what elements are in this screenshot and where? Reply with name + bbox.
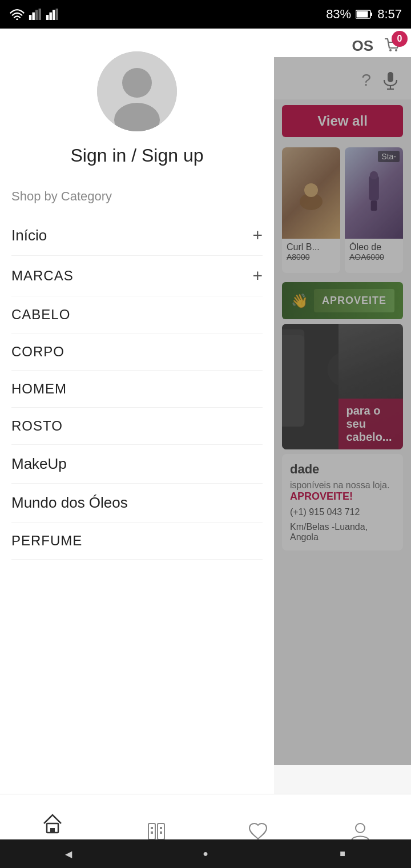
svg-rect-8: [56, 9, 58, 20]
app-title: OS: [352, 37, 373, 55]
svg-point-16: [395, 49, 397, 51]
avatar: [97, 51, 177, 131]
menu-item-label-corpo: CORPO: [11, 344, 65, 360]
menu-item-inicio[interactable]: Início+: [11, 215, 263, 256]
svg-rect-7: [53, 10, 55, 20]
battery-icon: [356, 9, 373, 19]
menu-item-label-perfume: PERFUME: [11, 533, 82, 549]
drawer: Sign in / Sign up Shop by Category Iníci…: [0, 29, 274, 817]
menu-item-label-makeup: MakeUp: [11, 455, 67, 473]
menu-item-corpo[interactable]: CORPO: [11, 333, 263, 371]
category-title: Shop by Category: [11, 183, 263, 204]
android-home[interactable]: ●: [191, 845, 220, 862]
menu-item-mundo-oleos[interactable]: Mundo dos Óleos: [11, 484, 263, 523]
menu-item-label-homem: HOMEM: [11, 381, 67, 397]
status-right: 83% 8:57: [326, 7, 402, 22]
menu-item-cabelo[interactable]: CABELO: [11, 296, 263, 333]
menu-item-plus-inicio[interactable]: +: [252, 226, 263, 245]
menu-item-makeup[interactable]: MakeUp: [11, 445, 263, 484]
menu-item-plus-marcas[interactable]: +: [252, 266, 263, 286]
svg-point-15: [389, 49, 392, 51]
menu-item-label-marcas: MARCAS: [11, 268, 74, 284]
home-icon: [40, 811, 65, 836]
svg-rect-31: [50, 828, 55, 833]
drawer-header: Sign in / Sign up: [0, 29, 274, 183]
menu-item-homem[interactable]: HOMEM: [11, 371, 263, 408]
svg-rect-1: [29, 15, 31, 20]
svg-rect-2: [32, 13, 34, 20]
status-left: [9, 9, 59, 20]
svg-rect-10: [370, 13, 372, 16]
svg-rect-37: [160, 831, 162, 834]
svg-rect-34: [151, 827, 153, 829]
battery-percent: 83%: [326, 7, 351, 22]
signal-icon-1: [29, 9, 42, 20]
avatar-svg: [97, 51, 177, 131]
svg-point-0: [16, 18, 18, 20]
status-bar: 83% 8:57: [0, 0, 411, 29]
menu-item-rosto[interactable]: ROSTO: [11, 408, 263, 445]
svg-rect-5: [46, 15, 49, 20]
svg-rect-6: [49, 13, 51, 20]
svg-rect-11: [357, 11, 368, 18]
svg-point-38: [356, 823, 365, 833]
android-nav: ◀ ● ■: [0, 839, 411, 868]
menu-item-label-inicio: Início: [11, 227, 47, 244]
svg-rect-35: [160, 827, 162, 829]
overlay[interactable]: [274, 57, 411, 765]
android-recents[interactable]: ■: [328, 845, 357, 862]
menu-item-label-mundo-oleos: Mundo dos Óleos: [11, 494, 128, 512]
main-container: Sign in / Sign up Shop by Category Iníci…: [0, 29, 411, 817]
menu-item-marcas[interactable]: MARCAS+: [11, 256, 263, 296]
svg-rect-4: [39, 9, 41, 20]
menu-items-container: Início+MARCAS+CABELOCORPOHOMEMROSTOMakeU…: [11, 215, 263, 560]
time: 8:57: [377, 7, 402, 22]
home-icon-svg: [41, 812, 64, 835]
cart-badge: 0: [392, 31, 408, 47]
menu-item-perfume[interactable]: PERFUME: [11, 523, 263, 560]
menu-item-label-rosto: ROSTO: [11, 418, 63, 434]
category-section: Shop by Category Início+MARCAS+CABELOCOR…: [0, 183, 274, 560]
svg-rect-3: [35, 10, 38, 20]
sign-in-label[interactable]: Sign in / Sign up: [70, 145, 203, 166]
svg-rect-36: [151, 831, 153, 834]
wifi-icon: [9, 9, 25, 20]
svg-point-13: [122, 68, 152, 98]
menu-item-label-cabelo: CABELO: [11, 307, 70, 323]
android-back[interactable]: ◀: [54, 845, 83, 862]
cart-wrapper[interactable]: 0: [382, 34, 403, 57]
signal-icon-2: [46, 9, 59, 20]
